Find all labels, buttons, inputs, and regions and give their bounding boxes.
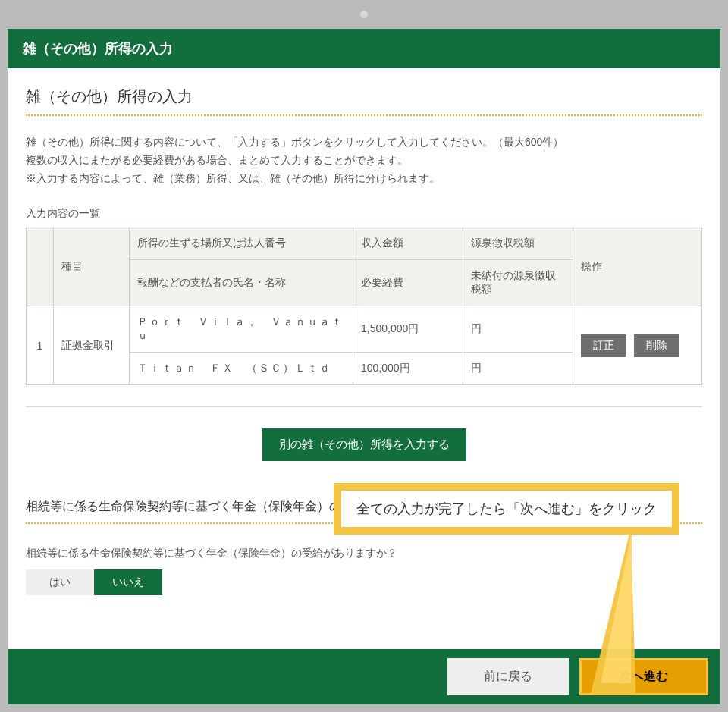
section1-desc1: 雑（その他）所得に関する内容について、「入力する」ボタンをクリックして入力してく… bbox=[26, 136, 702, 149]
th-unpaid-withholding: 未納付の源泉徴収税額 bbox=[463, 260, 573, 306]
row-payer: Ｔｉｔａｎ ＦＸ （ＳＣ）Ｌｔｄ bbox=[130, 353, 353, 385]
table-row: 1 証拠金取引 Ｐｏｒｔ Ｖｉｌａ， Ｖａｎｕａｔｕ 1,500,000円 円 … bbox=[27, 306, 702, 353]
page-header: 雑（その他）所得の入力 bbox=[8, 29, 720, 68]
row-index: 1 bbox=[27, 306, 54, 385]
th-index bbox=[27, 227, 54, 306]
th-withholding: 源泉徴収税額 bbox=[463, 227, 573, 260]
th-payer: 報酬などの支払者の氏名・名称 bbox=[130, 260, 353, 306]
browser-chrome bbox=[0, 0, 728, 29]
input-table: 種目 所得の生ずる場所又は法人番号 収入金額 源泉徴収税額 操作 報酬などの支払… bbox=[26, 227, 702, 385]
row-withholding: 円 bbox=[463, 306, 573, 353]
section1-desc3: ※入力する内容によって、雑（業務）所得、又は、雑（その他）所得に分けられます。 bbox=[26, 172, 702, 186]
th-place: 所得の生ずる場所又は法人番号 bbox=[130, 227, 353, 260]
browser-camera-dot bbox=[360, 11, 368, 18]
delete-button[interactable]: 削除 bbox=[634, 334, 679, 357]
back-button[interactable]: 前に戻る bbox=[447, 658, 569, 695]
row-expense: 100,000円 bbox=[353, 353, 463, 385]
yes-button[interactable]: はい bbox=[26, 569, 94, 595]
row-ops: 訂正 削除 bbox=[573, 306, 702, 385]
row-income: 1,500,000円 bbox=[353, 306, 463, 353]
separator bbox=[26, 406, 702, 407]
section2-question: 相続等に係る生命保険契約等に基づく年金（保険年金）の受給がありますか？ bbox=[26, 547, 702, 560]
callout-text: 全ての入力が完了したら「次へ進む」をクリック bbox=[356, 501, 657, 516]
section1-desc2: 複数の収入にまたがる必要経費がある場合、まとめて入力することができます。 bbox=[26, 154, 702, 168]
no-button[interactable]: いいえ bbox=[94, 569, 162, 595]
add-other-income-button[interactable]: 別の雑（その他）所得を入力する bbox=[262, 428, 466, 461]
row-kind: 証拠金取引 bbox=[54, 306, 130, 385]
th-kind: 種目 bbox=[54, 227, 130, 306]
yes-no-segment: はい いいえ bbox=[26, 569, 162, 595]
section1-title: 雑（その他）所得の入力 bbox=[26, 86, 702, 116]
th-ops: 操作 bbox=[573, 227, 702, 306]
th-income: 収入金額 bbox=[353, 227, 463, 260]
page-header-title: 雑（その他）所得の入力 bbox=[23, 41, 173, 56]
edit-button[interactable]: 訂正 bbox=[581, 334, 626, 357]
callout: 全ての入力が完了したら「次へ進む」をクリック bbox=[334, 483, 679, 535]
list-caption: 入力内容の一覧 bbox=[26, 207, 702, 221]
page-container: 雑（その他）所得の入力 雑（その他）所得の入力 雑（その他）所得に関する内容につ… bbox=[8, 29, 720, 704]
row-unpaid-withholding: 円 bbox=[463, 353, 573, 385]
row-place: Ｐｏｒｔ Ｖｉｌａ， Ｖａｎｕａｔｕ bbox=[130, 306, 353, 353]
th-expense: 必要経費 bbox=[353, 260, 463, 306]
